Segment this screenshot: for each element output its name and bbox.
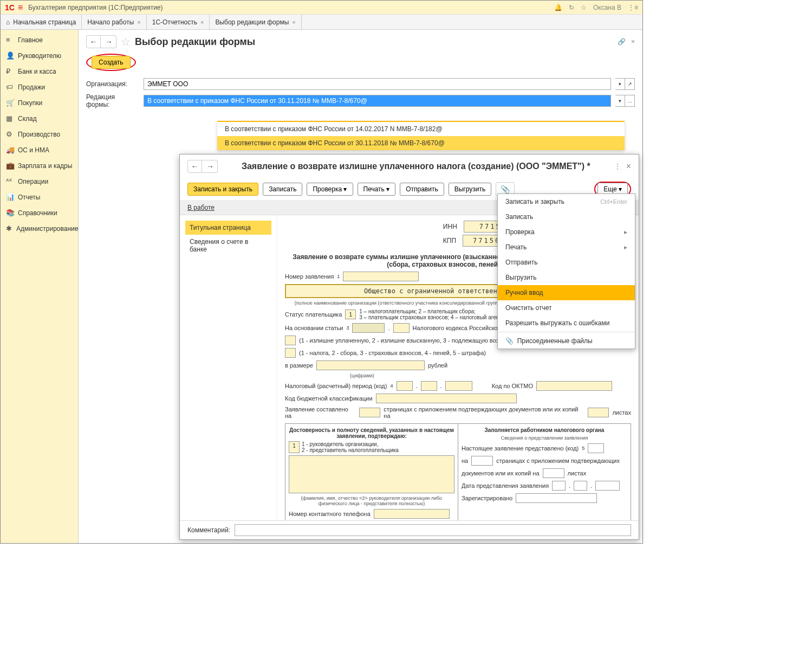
nav-forward[interactable]: →	[203, 160, 217, 172]
list-icon: ≡	[6, 36, 14, 44]
phone-field[interactable]	[374, 509, 450, 519]
doc-nav-title[interactable]: Титульная страница	[185, 221, 271, 235]
amount-field[interactable]	[316, 360, 425, 370]
sidebar-item-assets[interactable]: 🚚ОС и НМА	[1, 142, 78, 158]
dropdown-icon[interactable]: ▾	[615, 95, 625, 107]
menu-clear[interactable]: Очистить отчет	[498, 300, 635, 315]
menu-check[interactable]: Проверка▸	[498, 224, 635, 240]
history-icon[interactable]: ↻	[569, 4, 574, 11]
menu-icon[interactable]: ≡	[18, 3, 23, 12]
tab-start[interactable]: Начало работы×	[82, 15, 146, 29]
org-input[interactable]	[144, 78, 611, 90]
sidebar-item-warehouse[interactable]: ▦Склад	[1, 111, 78, 126]
menu-dots-icon[interactable]: ⋮	[614, 163, 621, 170]
period-f1[interactable]	[397, 381, 413, 391]
org-label: Организация:	[86, 80, 139, 88]
dropdown-icon[interactable]: ▾	[615, 78, 625, 90]
menu-save[interactable]: Записать	[498, 209, 635, 224]
amount-label: в размере	[285, 362, 313, 369]
truck-icon: 🚚	[6, 146, 14, 154]
save-button[interactable]: Записать	[263, 183, 302, 196]
create-button[interactable]: Создать	[92, 56, 131, 69]
nav-back[interactable]: ←	[87, 36, 101, 48]
dropdown-option-1[interactable]: В соответствии с приказом ФНС России от …	[217, 122, 625, 136]
comment-label: Комментарий:	[187, 526, 230, 534]
comment-input[interactable]	[235, 524, 631, 536]
menu-export[interactable]: Выгрузить	[498, 270, 635, 285]
user-name[interactable]: Оксана В	[593, 4, 621, 11]
menu-allow-errors[interactable]: Разрешить выгружать с ошибками	[498, 315, 635, 331]
sidebar-item-purchases[interactable]: 🛒Покупки	[1, 95, 78, 111]
kbk-field[interactable]	[376, 394, 517, 403]
sidebar-item-reports[interactable]: 📊Отчеты	[1, 189, 78, 205]
sidebar-item-admin[interactable]: ✱Администрирование	[1, 221, 78, 236]
basis-field-1[interactable]	[352, 323, 385, 333]
send-button[interactable]: Отправить	[400, 183, 444, 196]
period-f2[interactable]	[421, 381, 437, 391]
doc-nav-bank[interactable]: Сведения о счете в банке	[185, 235, 271, 256]
link-icon[interactable]: 🔗	[618, 38, 626, 46]
fio-field[interactable]	[289, 455, 454, 493]
close-icon[interactable]: ×	[137, 19, 140, 25]
status-field[interactable]: 1	[345, 310, 356, 319]
menu-send[interactable]: Отправить	[498, 255, 635, 270]
tabs: ⌂Начальная страница Начало работы× 1С-От…	[1, 15, 642, 30]
dialog-window: ← → Заявление о возврате излишне уплачен…	[179, 154, 639, 540]
edition-input[interactable]	[144, 95, 611, 107]
menu-save-close[interactable]: Записать и закрытьCtrl+Enter	[498, 194, 635, 209]
nav-forward[interactable]: →	[102, 36, 116, 48]
dropdown-option-2[interactable]: В соответствии с приказом ФНС России от …	[217, 136, 625, 150]
pages-field1[interactable]	[359, 408, 381, 417]
close-icon[interactable]: ×	[626, 162, 631, 171]
logo-1c: 1C	[5, 3, 15, 12]
check-button[interactable]: Проверка ▾	[307, 183, 353, 196]
basis-field-2[interactable]	[393, 323, 410, 333]
menu-manual[interactable]: Ручной ввод	[498, 285, 635, 300]
nav-back[interactable]: ←	[188, 160, 202, 172]
close-icon[interactable]: ×	[631, 38, 635, 46]
tab-home[interactable]: ⌂Начальная страница	[1, 15, 82, 29]
dialog-nav: ← →	[187, 160, 218, 173]
star-icon[interactable]: ☆	[581, 4, 587, 11]
nav-buttons: ← →	[86, 35, 116, 48]
sidebar-item-hr[interactable]: 💼Зарплата и кадры	[1, 158, 78, 173]
tab-edition[interactable]: Выбор редакции формы×	[210, 15, 301, 29]
sidebar-item-production[interactable]: ⚙Производство	[1, 126, 78, 142]
save-close-button[interactable]: Записать и закрыть	[187, 183, 258, 196]
briefcase-icon: 💼	[6, 162, 14, 170]
tab-reporting[interactable]: 1С-Отчетность×	[147, 15, 210, 29]
favorite-icon[interactable]: ☆	[121, 35, 131, 48]
sidebar-item-bank[interactable]: ₽Банк и касса	[1, 63, 78, 79]
type1-field[interactable]	[285, 336, 296, 345]
more-icon[interactable]: …	[625, 95, 635, 107]
basis-label: На основании статьи	[285, 325, 343, 331]
open-icon[interactable]: ↗	[625, 78, 635, 90]
menu-print[interactable]: Печать▸	[498, 240, 635, 255]
type2-field[interactable]	[285, 348, 296, 358]
num-field[interactable]	[343, 272, 419, 281]
period-f3[interactable]	[445, 381, 472, 391]
user-menu-icon[interactable]: ⋮≡	[628, 4, 638, 11]
oktmo-field[interactable]	[536, 381, 612, 391]
settings-icon: ✱	[6, 224, 12, 233]
sidebar-item-manager[interactable]: 👤Руководителю	[1, 48, 78, 63]
books-icon: 📚	[6, 209, 14, 217]
sidebar: ≡Главное 👤Руководителю ₽Банк и касса 🏷Пр…	[1, 30, 79, 543]
kbk-label: Код бюджетной классификации	[285, 395, 373, 402]
inn-label: ИНН	[443, 223, 460, 230]
cart-icon: 🛒	[6, 99, 14, 107]
col1-val[interactable]: 1	[289, 441, 300, 453]
pages-field2[interactable]	[588, 408, 609, 417]
menu-attachments[interactable]: 📎 Присоединенные файлы	[498, 333, 635, 349]
sidebar-item-main[interactable]: ≡Главное	[1, 32, 78, 48]
menu-separator	[498, 332, 635, 332]
close-icon[interactable]: ×	[292, 19, 295, 25]
close-icon[interactable]: ×	[200, 19, 204, 25]
sidebar-item-operations[interactable]: ᴬᴷОперации	[1, 173, 78, 189]
sidebar-item-refs[interactable]: 📚Справочники	[1, 205, 78, 221]
app-window: 1C ≡ Бухгалтерия предприятия (1С:Предпри…	[0, 0, 643, 544]
export-button[interactable]: Выгрузить	[449, 183, 492, 196]
sidebar-item-sales[interactable]: 🏷Продажи	[1, 79, 78, 95]
bell-icon[interactable]: 🔔	[554, 4, 562, 11]
print-button[interactable]: Печать ▾	[358, 183, 396, 196]
